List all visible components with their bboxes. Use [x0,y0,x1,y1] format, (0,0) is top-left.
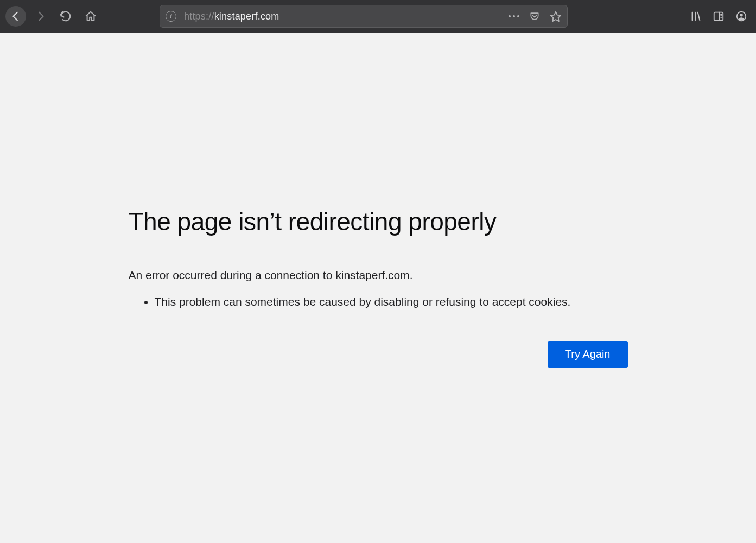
try-again-button[interactable]: Try Again [548,341,628,368]
error-content: The page isn’t redirecting properly An e… [129,207,628,543]
error-title: The page isn’t redirecting properly [129,207,628,236]
reload-button[interactable] [55,6,76,27]
library-icon[interactable] [690,10,702,22]
browser-toolbar: i https://kinstaperf.com [0,0,756,33]
page-actions-icon[interactable] [509,15,519,17]
address-bar[interactable]: i https://kinstaperf.com [160,5,568,28]
svg-line-3 [698,12,700,21]
urlbar-actions [509,10,562,22]
error-page: The page isn’t redirecting properly An e… [0,33,756,543]
error-actions: Try Again [129,341,628,368]
error-cause-item: This problem can sometimes be caused by … [155,294,628,310]
sidebar-icon[interactable] [713,10,725,22]
svg-point-10 [740,14,743,16]
error-description: An error occurred during a connection to… [129,269,628,282]
bookmark-star-icon[interactable] [550,10,562,22]
error-cause-list: This problem can sometimes be caused by … [129,294,628,310]
account-icon[interactable] [735,10,747,22]
svg-marker-0 [551,12,561,21]
url-text: https://kinstaperf.com [184,11,501,22]
pocket-icon[interactable] [529,11,540,22]
home-button[interactable] [80,6,101,27]
url-host: kinstaperf.com [214,11,279,22]
back-button[interactable] [5,6,26,27]
url-prefix: https:// [184,11,214,22]
forward-button[interactable] [30,6,51,27]
toolbar-right-icons [690,10,747,22]
site-info-icon[interactable]: i [166,11,176,22]
